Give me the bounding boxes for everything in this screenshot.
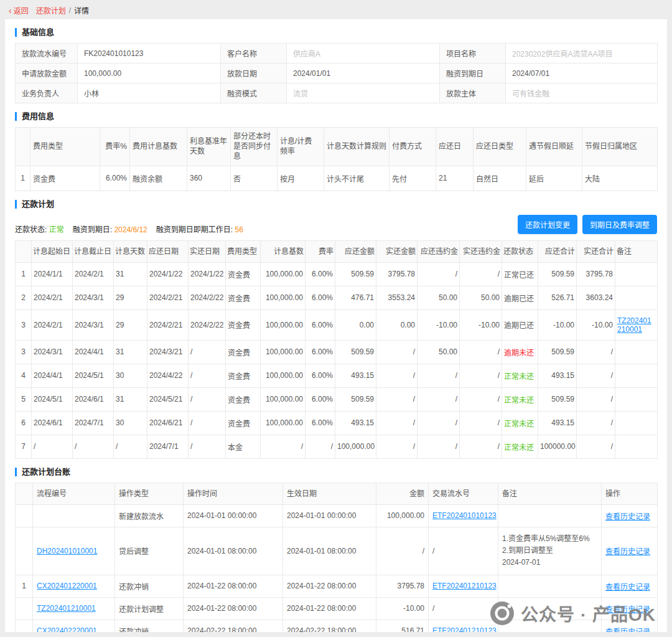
cell: 2024/1/22: [147, 262, 189, 286]
field-label: 项目名称: [440, 44, 506, 64]
cell: 1.资金费率从5%调整至6% 2.到期日调整至 2024-07-01: [498, 527, 602, 575]
txn-no-link[interactable]: ETF202401210123: [432, 626, 497, 632]
txn-no-link[interactable]: ETF202401210123: [432, 582, 497, 590]
cell: 360: [187, 166, 231, 191]
cell: 509.59: [335, 340, 376, 364]
cell: /: [577, 364, 615, 387]
cell: TZ202401210001: [33, 597, 115, 620]
cell: 逾期未还: [502, 340, 538, 364]
cell: 2024/6/1: [32, 411, 73, 435]
view-history-link[interactable]: 查看历史记录: [605, 512, 650, 521]
cell: 资金费: [30, 166, 100, 191]
cell: 6: [16, 411, 32, 435]
cell: /: [32, 435, 73, 458]
field-value: 2024/01/01: [287, 64, 440, 83]
cell: [33, 504, 115, 527]
process-no-link[interactable]: TZ202401210001: [37, 604, 96, 613]
column-header: 生效日期: [283, 483, 376, 504]
cell: 2024/2/1: [32, 309, 73, 340]
cell: 100,000.00: [261, 411, 306, 435]
view-history-link[interactable]: 查看历史记录: [605, 547, 650, 556]
breadcrumb-parent-link[interactable]: 还款计划: [36, 5, 66, 16]
cell: 2024/1/1: [32, 262, 73, 286]
cell: 2024-01-22 08:00:00: [283, 575, 376, 597]
view-history-link[interactable]: 查看历史记录: [605, 605, 650, 614]
column-header: [16, 128, 30, 166]
plan-remark-link[interactable]: TZ202401210001: [617, 316, 651, 334]
field-value: FK202401010123: [78, 44, 221, 64]
detail-card: 基础信息 放款流水编号FK202401010123客户名称供应商A项目名称202…: [5, 19, 667, 632]
cell: 3: [16, 340, 32, 364]
process-no-link[interactable]: CX202401220001: [37, 582, 97, 590]
cell: 7: [16, 435, 32, 458]
cell: 资金费: [226, 411, 261, 435]
process-no-link[interactable]: CX202402220001: [37, 626, 97, 632]
info-row: 业务负责人小林融资模式流贷放款主体可有钱金融: [16, 83, 658, 103]
due-workdays-label: 融资到期日即期工作日:: [156, 225, 233, 234]
cell: [498, 504, 602, 527]
cell: 2024/2/1: [32, 286, 73, 309]
plan-status-line: 还款状态: 正常 融资到期日: 2024/6/12 融资到期日即期工作日: 56: [15, 224, 243, 234]
cell: /: [460, 340, 502, 364]
cell: 100000.00: [538, 435, 577, 458]
change-plan-button[interactable]: 还款计划变更: [518, 215, 577, 234]
cell: [498, 597, 602, 620]
cell: 100,000.00: [261, 364, 306, 387]
column-header: 利息基准年天数: [187, 128, 231, 166]
column-header: 计息/计费 频率: [278, 128, 324, 166]
view-history-link[interactable]: 查看历史记录: [605, 583, 650, 592]
column-header: 备注: [615, 240, 658, 262]
cell: /: [577, 387, 615, 411]
process-no-link[interactable]: DH202401010001: [37, 547, 97, 555]
back-link[interactable]: ‹ 返回: [9, 5, 29, 16]
cell: 2024/3/1: [32, 340, 73, 364]
cell: CX202402220001: [33, 620, 115, 632]
cell: 509.59: [538, 387, 577, 411]
cell: [615, 387, 658, 411]
cell: 2024/4/22: [147, 364, 189, 387]
header-row: 流程编号操作类型操作时间生效日期金额交易流水号备注操作: [16, 483, 658, 504]
column-header: 应还违约金: [418, 240, 460, 262]
field-label: 融资模式: [221, 83, 287, 103]
cell: 1: [16, 575, 33, 597]
column-header: 应还金额: [335, 240, 376, 262]
cell: /: [376, 435, 418, 458]
cell: 2024-02-22 18:00:00: [283, 620, 376, 632]
cell: 2024-01-01 00:00:00: [283, 504, 376, 527]
cell: 计头不计尾: [324, 166, 390, 191]
txn-no-link[interactable]: ETF202401010123: [432, 511, 497, 520]
cell: 贷后调整: [115, 527, 184, 575]
section-title-basic-info: 基础信息: [15, 28, 657, 37]
cell: 0.00: [376, 309, 418, 340]
column-header: 费率: [306, 240, 335, 262]
cell: CX202401220001: [33, 575, 115, 597]
cell: 100,000.00: [335, 435, 376, 458]
column-header: 计息基数: [261, 240, 306, 262]
cell: [16, 527, 33, 575]
table-row: DH202401010001贷后调整2024-01-01 08:00:00202…: [16, 527, 658, 575]
back-label: 返回: [14, 5, 29, 16]
cell: /: [460, 411, 502, 435]
column-header: 部分还本时是否同步付息: [231, 128, 278, 166]
section-title-repayment-plan: 还款计划: [15, 200, 657, 209]
adjust-due-rate-button[interactable]: 到期日及费率调整: [582, 215, 657, 234]
cell: /: [460, 435, 502, 458]
cell: 大陆: [582, 166, 658, 191]
basic-info-table: 放款流水编号FK202401010123客户名称供应商A项目名称20230202…: [15, 43, 658, 103]
cell: 资金费: [226, 309, 261, 340]
cell: 2024-01-22 08:00:00: [184, 597, 283, 620]
cell: 2024/3/1: [73, 309, 114, 340]
cell: 按月: [278, 166, 324, 191]
cell: /: [376, 340, 418, 364]
cell: -10.00: [538, 309, 577, 340]
cell: 3795.78: [577, 262, 615, 286]
financing-due: 融资到期日: 2024/6/12: [73, 224, 147, 234]
cell: 31: [114, 340, 147, 364]
cell: ETF202401210123: [429, 575, 498, 597]
view-history-link[interactable]: 查看历史记录: [605, 628, 650, 633]
field-label: 放款流水编号: [16, 44, 78, 64]
table-row: 22024/2/12024/3/1292024/2/212024/2/22资金费…: [16, 286, 658, 309]
cell: 2024/5/1: [73, 364, 114, 387]
cell: 3795.78: [376, 262, 418, 286]
cell: 2024/7/1: [73, 411, 114, 435]
